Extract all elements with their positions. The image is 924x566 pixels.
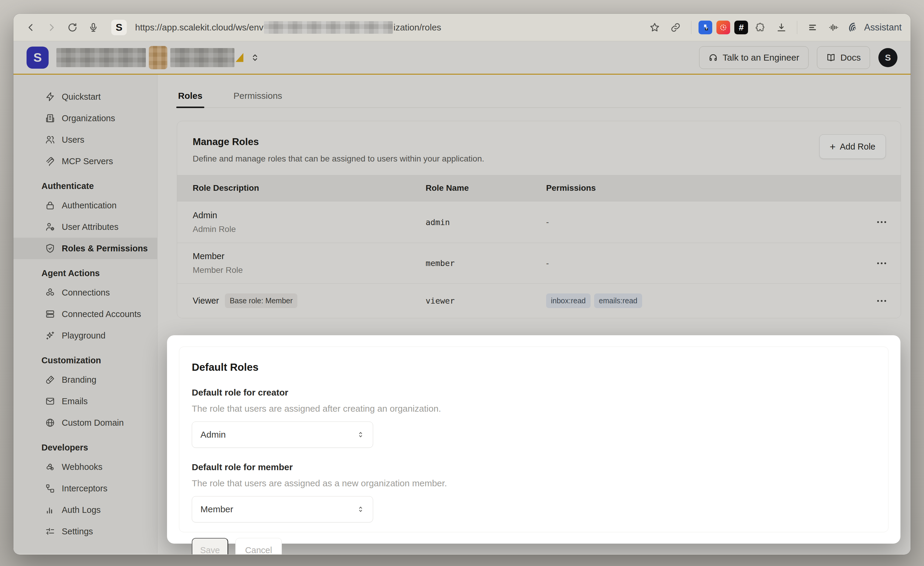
hash-extension-icon[interactable]: # bbox=[734, 21, 748, 34]
assistant-logo-icon bbox=[848, 21, 860, 33]
toolbar-separator bbox=[691, 21, 692, 34]
site-favicon: S bbox=[111, 20, 127, 35]
member-role-label: Default role for member bbox=[192, 462, 888, 472]
url-redacted-segment bbox=[264, 21, 393, 34]
reading-list-icon[interactable] bbox=[804, 19, 821, 36]
creator-role-select[interactable]: Admin bbox=[192, 421, 373, 448]
default-roles-card: Default Roles Default role for creator T… bbox=[179, 346, 888, 532]
chevron-up-down-icon bbox=[356, 430, 365, 439]
member-role-select[interactable]: Member bbox=[192, 496, 373, 522]
assistant-button[interactable]: Assistant bbox=[848, 21, 902, 33]
copy-link-icon[interactable] bbox=[667, 19, 684, 36]
browser-window: S https://app.scalekit.cloud/ws/envizati… bbox=[14, 14, 910, 555]
cancel-button[interactable]: Cancel bbox=[236, 538, 282, 554]
audio-waveform-icon[interactable] bbox=[825, 19, 842, 36]
forward-button[interactable] bbox=[43, 19, 60, 36]
browser-toolbar: S https://app.scalekit.cloud/ws/envizati… bbox=[14, 14, 910, 41]
member-role-description: The role that users are assigned as a ne… bbox=[192, 478, 888, 488]
url-prefix: https://app.scalekit.cloud/ws/env bbox=[135, 23, 263, 33]
creator-role-description: The role that users are assigned after c… bbox=[192, 403, 888, 414]
bookmark-star-icon[interactable] bbox=[646, 19, 663, 36]
default-roles-title: Default Roles bbox=[192, 361, 888, 373]
url-suffix: ization/roles bbox=[393, 23, 441, 33]
extensions-puzzle-icon[interactable] bbox=[752, 19, 769, 36]
downloads-icon[interactable] bbox=[773, 19, 790, 36]
clock-extension-icon[interactable] bbox=[716, 21, 730, 34]
save-button[interactable]: Save bbox=[192, 538, 228, 554]
default-roles-spotlight: Default Roles Default role for creator T… bbox=[167, 335, 900, 543]
creator-role-label: Default role for creator bbox=[192, 387, 888, 397]
reload-button[interactable] bbox=[64, 19, 81, 36]
password-manager-extension-icon[interactable] bbox=[699, 21, 712, 34]
address-bar[interactable]: https://app.scalekit.cloud/ws/envization… bbox=[135, 21, 642, 34]
microphone-icon[interactable] bbox=[85, 19, 102, 36]
chevron-up-down-icon bbox=[356, 505, 365, 514]
toolbar-separator bbox=[797, 21, 797, 34]
app-viewport: S Talk to an Engineer Docs S bbox=[14, 41, 910, 554]
back-button[interactable] bbox=[22, 19, 39, 36]
